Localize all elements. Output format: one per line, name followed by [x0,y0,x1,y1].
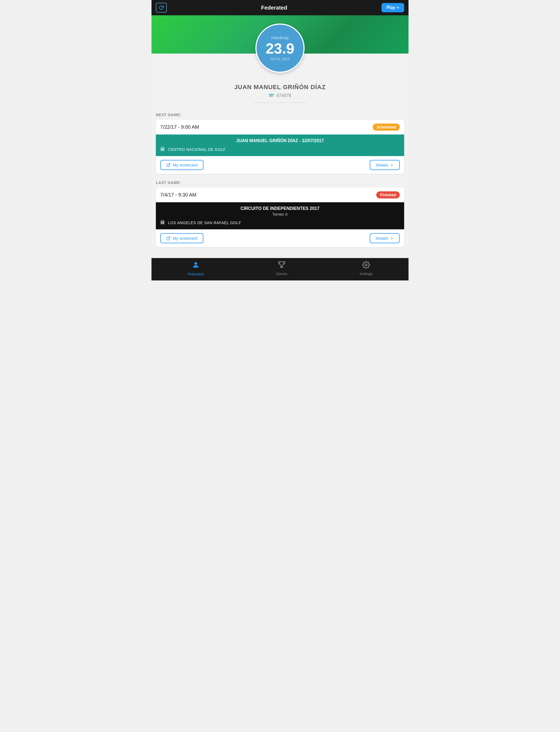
nav-title: Federated [261,5,287,11]
last-game-status: Finished [376,191,400,199]
last-game-actions: My scorecard Details [156,229,404,247]
next-game-course: CENTRO NACIONAL DE GOLF [168,147,226,152]
next-game-name: JUAN MANUEL GRIÑÓN DÍAZ - 22/07/2017 [160,138,400,143]
next-details-button[interactable]: Details [370,160,400,170]
player-name: JUAN MANUEL GRIÑÓN DÍAZ [234,84,326,91]
svg-point-5 [365,264,367,266]
last-game-label: LAST GAME: [156,180,404,185]
last-game-card: 7/4/17 - 9:30 AM Finished Circuito de In… [156,188,404,247]
nav-federated-label: Federated [188,272,204,276]
last-game-sub: Torneo X [160,212,400,217]
building-icon-2: 🏛 [160,220,165,226]
gear-icon [362,261,370,271]
handicap-label: Handicap [271,35,288,40]
nav-item-games[interactable]: Games [276,261,287,276]
last-scorecard-button[interactable]: My scorecard [160,233,203,243]
top-nav: Federated Play + [151,0,409,15]
next-game-datetime: 7/22/17 - 9:00 AM [160,124,199,130]
handicap-circle: Handicap 23.9 Jul 22, 2017 [255,24,305,73]
last-game-course: LOS ANGELES DE SAN RAFAEL GOLF [168,221,241,225]
next-game-card: 7/22/17 - 9:00 AM Scheduled JUAN MANUEL … [156,120,404,174]
nav-item-settings[interactable]: Settings [360,261,372,276]
next-game-actions: My scorecard Details [156,156,404,174]
id-card-icon: 🪪 [269,93,274,98]
last-game-course-row: 🏛 LOS ANGELES DE SAN RAFAEL GOLF [160,220,400,226]
last-details-button[interactable]: Details [370,233,400,243]
player-id: 674878 [276,93,291,98]
player-id-row: 🪪 674878 [269,93,291,98]
next-scorecard-button[interactable]: My scorecard [160,160,203,170]
nav-item-federated[interactable]: Federated [188,261,204,276]
next-game-label: NEXT GAME: [156,113,404,117]
nav-settings-label: Settings [360,272,372,276]
bottom-nav: Federated Games Settings [151,258,409,281]
svg-line-0 [168,164,170,165]
building-icon: 🏛 [160,147,165,152]
next-game-banner: JUAN MANUEL GRIÑÓN DÍAZ - 22/07/2017 🏛 C… [156,135,404,156]
trophy-icon [278,261,285,271]
next-game-status: Scheduled [373,124,400,131]
last-game-banner: Circuito de Independientes 2017 Torneo X… [156,202,404,229]
refresh-button[interactable] [156,3,167,13]
person-icon [192,261,200,271]
play-button[interactable]: Play + [381,3,404,12]
handicap-value: 23.9 [266,41,294,56]
next-game-header: 7/22/17 - 9:00 AM Scheduled [156,120,404,135]
main-content: NEXT GAME: 7/22/17 - 9:00 AM Scheduled J… [151,108,409,247]
handicap-date: Jul 22, 2017 [270,57,290,61]
svg-rect-4 [280,267,283,267]
last-game-name: Circuito de Independientes 2017 [160,206,400,211]
svg-point-2 [194,262,197,265]
next-game-course-row: 🏛 CENTRO NACIONAL DE GOLF [160,147,400,152]
nav-games-label: Games [276,272,287,276]
last-game-datetime: 7/4/17 - 9:30 AM [160,192,196,198]
last-game-header: 7/4/17 - 9:30 AM Finished [156,188,404,202]
svg-line-1 [168,237,170,239]
